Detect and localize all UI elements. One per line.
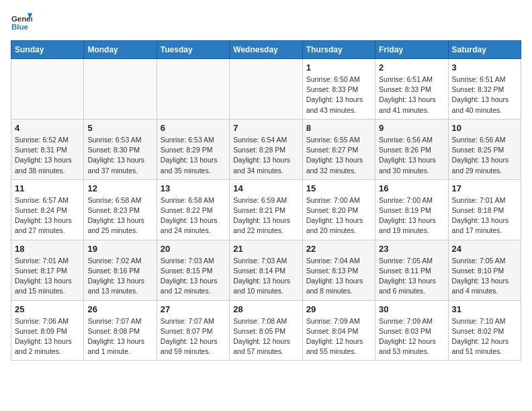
day-detail: Sunrise: 7:03 AM Sunset: 8:15 PM Dayligh… [161, 256, 226, 297]
calendar-cell-w2d4: 15Sunrise: 7:00 AM Sunset: 8:20 PM Dayli… [302, 179, 375, 240]
day-detail: Sunrise: 6:51 AM Sunset: 8:33 PM Dayligh… [379, 75, 444, 116]
day-detail: Sunrise: 7:00 AM Sunset: 8:20 PM Dayligh… [306, 195, 371, 236]
day-number: 4 [15, 123, 80, 133]
day-detail: Sunrise: 7:00 AM Sunset: 8:19 PM Dayligh… [379, 195, 444, 236]
day-number: 21 [233, 244, 298, 254]
day-detail: Sunrise: 7:05 AM Sunset: 8:10 PM Dayligh… [452, 256, 517, 297]
calendar-cell-w3d4: 22Sunrise: 7:04 AM Sunset: 8:13 PM Dayli… [302, 240, 375, 300]
calendar-cell-w0d0 [11, 59, 84, 120]
day-number: 5 [87, 123, 152, 133]
day-number: 23 [379, 244, 444, 254]
calendar-cell-w0d4: 1Sunrise: 6:50 AM Sunset: 8:33 PM Daylig… [302, 59, 375, 120]
calendar-cell-w1d1: 5Sunrise: 6:53 AM Sunset: 8:30 PM Daylig… [84, 119, 157, 179]
calendar-cell-w4d0: 25Sunrise: 7:06 AM Sunset: 8:09 PM Dayli… [11, 300, 84, 361]
day-number: 12 [87, 183, 152, 193]
day-number: 6 [161, 123, 226, 133]
calendar-cell-w3d2: 20Sunrise: 7:03 AM Sunset: 8:15 PM Dayli… [157, 240, 229, 300]
day-detail: Sunrise: 6:56 AM Sunset: 8:26 PM Dayligh… [379, 135, 444, 176]
calendar-cell-w0d3 [230, 59, 302, 120]
day-number: 25 [15, 304, 80, 314]
day-detail: Sunrise: 7:04 AM Sunset: 8:13 PM Dayligh… [306, 256, 371, 297]
day-number: 16 [379, 183, 444, 193]
day-number: 2 [379, 62, 444, 73]
day-number: 29 [306, 304, 371, 314]
weekday-header-friday: Friday [375, 41, 448, 59]
day-detail: Sunrise: 6:53 AM Sunset: 8:30 PM Dayligh… [87, 135, 152, 176]
day-number: 24 [452, 244, 517, 254]
calendar-cell-w1d4: 8Sunrise: 6:55 AM Sunset: 8:27 PM Daylig… [302, 119, 375, 179]
weekday-header-tuesday: Tuesday [157, 41, 229, 59]
day-number: 30 [379, 304, 444, 314]
day-number: 1 [306, 62, 371, 73]
calendar-cell-w2d3: 14Sunrise: 6:59 AM Sunset: 8:21 PM Dayli… [230, 179, 302, 240]
calendar-cell-w2d0: 11Sunrise: 6:57 AM Sunset: 8:24 PM Dayli… [11, 179, 84, 240]
day-number: 31 [452, 304, 517, 314]
calendar-cell-w3d3: 21Sunrise: 7:03 AM Sunset: 8:14 PM Dayli… [230, 240, 302, 300]
calendar-cell-w4d2: 27Sunrise: 7:07 AM Sunset: 8:07 PM Dayli… [157, 300, 229, 361]
day-number: 9 [379, 123, 444, 133]
weekday-header-wednesday: Wednesday [230, 41, 302, 59]
day-detail: Sunrise: 6:58 AM Sunset: 8:23 PM Dayligh… [87, 195, 152, 236]
calendar-cell-w0d2 [157, 59, 229, 120]
day-detail: Sunrise: 6:59 AM Sunset: 8:21 PM Dayligh… [233, 195, 298, 236]
calendar-cell-w0d5: 2Sunrise: 6:51 AM Sunset: 8:33 PM Daylig… [375, 59, 448, 120]
day-detail: Sunrise: 7:01 AM Sunset: 8:17 PM Dayligh… [15, 256, 80, 297]
calendar-cell-w3d5: 23Sunrise: 7:05 AM Sunset: 8:11 PM Dayli… [375, 240, 448, 300]
calendar-cell-w1d3: 7Sunrise: 6:54 AM Sunset: 8:28 PM Daylig… [230, 119, 302, 179]
calendar-cell-w2d5: 16Sunrise: 7:00 AM Sunset: 8:19 PM Dayli… [375, 179, 448, 240]
day-detail: Sunrise: 6:54 AM Sunset: 8:28 PM Dayligh… [233, 135, 298, 176]
day-number: 26 [87, 304, 152, 314]
day-detail: Sunrise: 6:51 AM Sunset: 8:32 PM Dayligh… [452, 75, 517, 116]
day-number: 20 [161, 244, 226, 254]
calendar-cell-w3d1: 19Sunrise: 7:02 AM Sunset: 8:16 PM Dayli… [84, 240, 157, 300]
calendar-cell-w2d2: 13Sunrise: 6:58 AM Sunset: 8:22 PM Dayli… [157, 179, 229, 240]
day-detail: Sunrise: 7:07 AM Sunset: 8:07 PM Dayligh… [161, 316, 226, 357]
calendar-cell-w0d6: 3Sunrise: 6:51 AM Sunset: 8:32 PM Daylig… [448, 59, 521, 120]
day-number: 11 [15, 183, 80, 193]
logo: General Blue [11, 11, 35, 32]
day-detail: Sunrise: 6:55 AM Sunset: 8:27 PM Dayligh… [306, 135, 371, 176]
day-number: 18 [15, 244, 80, 254]
day-detail: Sunrise: 6:50 AM Sunset: 8:33 PM Dayligh… [306, 75, 371, 116]
day-detail: Sunrise: 6:53 AM Sunset: 8:29 PM Dayligh… [161, 135, 226, 176]
weekday-header-sunday: Sunday [11, 41, 84, 59]
logo-icon: General Blue [11, 11, 32, 32]
day-detail: Sunrise: 7:07 AM Sunset: 8:08 PM Dayligh… [87, 316, 152, 357]
day-detail: Sunrise: 7:09 AM Sunset: 8:03 PM Dayligh… [379, 316, 444, 357]
day-number: 14 [233, 183, 298, 193]
day-detail: Sunrise: 7:01 AM Sunset: 8:18 PM Dayligh… [452, 195, 517, 236]
calendar-cell-w4d3: 28Sunrise: 7:08 AM Sunset: 8:05 PM Dayli… [230, 300, 302, 361]
day-number: 13 [161, 183, 226, 193]
day-number: 8 [306, 123, 371, 133]
page-header: General Blue [11, 11, 521, 32]
calendar-cell-w3d0: 18Sunrise: 7:01 AM Sunset: 8:17 PM Dayli… [11, 240, 84, 300]
day-detail: Sunrise: 7:06 AM Sunset: 8:09 PM Dayligh… [15, 316, 80, 357]
day-number: 7 [233, 123, 298, 133]
day-detail: Sunrise: 7:05 AM Sunset: 8:11 PM Dayligh… [379, 256, 444, 297]
weekday-header-saturday: Saturday [448, 41, 521, 59]
calendar-cell-w1d0: 4Sunrise: 6:52 AM Sunset: 8:31 PM Daylig… [11, 119, 84, 179]
calendar-cell-w1d6: 10Sunrise: 6:56 AM Sunset: 8:25 PM Dayli… [448, 119, 521, 179]
calendar-cell-w4d4: 29Sunrise: 7:09 AM Sunset: 8:04 PM Dayli… [302, 300, 375, 361]
day-detail: Sunrise: 6:52 AM Sunset: 8:31 PM Dayligh… [15, 135, 80, 176]
day-number: 27 [161, 304, 226, 314]
day-detail: Sunrise: 6:58 AM Sunset: 8:22 PM Dayligh… [161, 195, 226, 236]
day-number: 22 [306, 244, 371, 254]
calendar-cell-w4d5: 30Sunrise: 7:09 AM Sunset: 8:03 PM Dayli… [375, 300, 448, 361]
day-detail: Sunrise: 6:56 AM Sunset: 8:25 PM Dayligh… [452, 135, 517, 176]
day-detail: Sunrise: 7:03 AM Sunset: 8:14 PM Dayligh… [233, 256, 298, 297]
calendar-cell-w4d1: 26Sunrise: 7:07 AM Sunset: 8:08 PM Dayli… [84, 300, 157, 361]
calendar-cell-w1d5: 9Sunrise: 6:56 AM Sunset: 8:26 PM Daylig… [375, 119, 448, 179]
weekday-header-thursday: Thursday [302, 41, 375, 59]
svg-text:Blue: Blue [11, 23, 29, 31]
day-detail: Sunrise: 7:08 AM Sunset: 8:05 PM Dayligh… [233, 316, 298, 357]
calendar-cell-w0d1 [84, 59, 157, 120]
day-number: 28 [233, 304, 298, 314]
calendar-table: SundayMondayTuesdayWednesdayThursdayFrid… [11, 40, 521, 361]
day-detail: Sunrise: 7:02 AM Sunset: 8:16 PM Dayligh… [87, 256, 152, 297]
calendar-cell-w1d2: 6Sunrise: 6:53 AM Sunset: 8:29 PM Daylig… [157, 119, 229, 179]
day-number: 15 [306, 183, 371, 193]
day-number: 3 [452, 62, 517, 73]
day-number: 19 [87, 244, 152, 254]
day-number: 17 [452, 183, 517, 193]
